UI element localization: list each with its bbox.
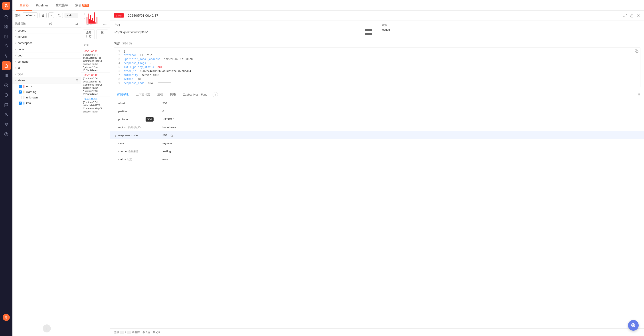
tabs-header: 扩展字段 上下文日志 主机 网络 Zabbix_Host_Func <box>110 90 644 99</box>
index-select[interactable]: default ▾ <box>23 13 38 18</box>
fab-button[interactable] <box>628 320 639 331</box>
checkbox-info[interactable] <box>19 102 22 105</box>
scroll-up-button[interactable]: ↑ <box>43 324 51 332</box>
sidebar-item-send[interactable] <box>2 120 11 129</box>
checkbox-unknown[interactable] <box>19 96 22 99</box>
nav-item-index[interactable]: 索引 NEW <box>72 0 93 11</box>
copy-value-icon[interactable] <box>170 134 173 137</box>
key-down: ↓ <box>127 331 131 334</box>
source-value: testlog <box>382 28 639 31</box>
tab-network[interactable]: 网络 <box>167 90 180 99</box>
chart-x-labels: 00:19:21 00:2 <box>84 24 107 26</box>
svg-marker-33 <box>76 79 78 81</box>
field-item-pod[interactable]: › pod <box>12 52 81 59</box>
filter-icon <box>76 79 78 82</box>
search-trigger[interactable] <box>56 13 63 18</box>
field-row-partition: partition 0 <box>110 107 644 115</box>
chart-y0: 0 <box>84 18 85 21</box>
key-up: ↑ <box>120 331 124 334</box>
expand-arrow: › <box>15 67 16 69</box>
row-menu-response-code[interactable]: ⋮ <box>114 133 118 137</box>
log-list-header: 时间 <box>81 41 110 49</box>
sidebar-item-menu[interactable] <box>2 323 11 332</box>
field-item-node[interactable]: › node <box>12 46 81 52</box>
log-item-1[interactable]: 05/01 00:42: {"protocol":"H d6da1efe8877… <box>81 49 110 73</box>
chart-bar <box>86 17 88 24</box>
detail-actions <box>623 14 640 18</box>
status-child-unknown[interactable]: unknown <box>12 95 81 100</box>
field-item-namespace[interactable]: › namespace <box>12 40 81 46</box>
nav-item-metrics[interactable]: 生成指标 <box>52 0 72 11</box>
field-item-service[interactable]: › service <box>12 34 81 40</box>
tab-context-log[interactable]: 上下文日志 <box>132 90 154 99</box>
sidebar-item-search[interactable] <box>2 13 11 21</box>
field-item-type[interactable]: › type <box>12 71 81 77</box>
sidebar-item-calendar[interactable] <box>2 32 11 41</box>
user-avatar[interactable]: 赵 <box>3 314 10 321</box>
log-list-panel: 2 0 <box>81 11 110 336</box>
tab-extended-fields[interactable]: 扩展字段 <box>114 90 132 99</box>
share-icon[interactable] <box>630 14 634 18</box>
svg-rect-6 <box>5 35 8 38</box>
sort-icon[interactable] <box>105 44 107 46</box>
tab-zabbix[interactable]: Zabbix_Host_Func <box>180 91 211 99</box>
view-select[interactable]: ▾ <box>48 13 54 18</box>
sidebar-item-messages[interactable] <box>2 100 11 109</box>
log-item-3[interactable]: 05/01 00:31: {"protocol":"H d6da1efe8877… <box>81 96 110 114</box>
sidebar-item-help[interactable] <box>2 130 11 139</box>
code-line-3: 3 up*******_local_address 172.20.32.97:3… <box>116 57 638 61</box>
log-item-2[interactable]: 05/01 00:42: {"protocol":"H d6da1efe8877… <box>81 73 110 96</box>
status-child-error[interactable]: error <box>12 84 81 89</box>
code-block: 1 { 2 protocol HTTP/1.1 3 up*******_loca… <box>114 47 640 87</box>
sidebar-item-dashboard[interactable] <box>2 22 11 31</box>
status-badge: error <box>114 13 124 18</box>
sidebar-item-alert[interactable] <box>2 42 11 51</box>
sidebar-item-graph[interactable] <box>2 52 11 60</box>
sidebar-item-integrations[interactable] <box>2 81 11 90</box>
index-label: 索引 <box>15 13 21 17</box>
edit-icon[interactable] <box>49 23 52 25</box>
code-line-5: 5 istio_policy_status null <box>116 65 638 69</box>
svg-line-34 <box>626 14 627 15</box>
code-line-6: 6 trace_id 5532224c1013b9ad6da1efe88778d… <box>116 69 638 73</box>
aggregate-button[interactable]: 聚 <box>96 30 108 39</box>
sidebar-item-shield[interactable] <box>2 91 11 100</box>
field-key-source: source 数据来源 <box>118 149 162 153</box>
view-toggle[interactable] <box>40 13 46 18</box>
field-item-container[interactable]: › container <box>12 59 81 65</box>
svg-rect-43 <box>636 51 638 53</box>
sidebar-item-list[interactable] <box>2 71 11 80</box>
all-logs-button[interactable]: 全部日志 <box>83 30 95 39</box>
field-item-status[interactable]: › status <box>12 77 81 84</box>
level-dot <box>83 97 84 100</box>
nav-item-viewer[interactable]: 查看器 <box>16 0 32 11</box>
sidebar-item-logs[interactable] <box>2 61 11 70</box>
field-row-source: source 数据来源 testlog <box>110 147 644 155</box>
checkbox-warning[interactable] <box>19 90 22 94</box>
content-title: 内容 (784 B) <box>114 42 640 46</box>
app-logo[interactable]: G <box>2 2 10 10</box>
tab-host[interactable]: 主机 <box>154 90 167 99</box>
field-key-sess: sess <box>118 141 162 145</box>
field-item-source[interactable]: › source <box>12 28 81 34</box>
field-item-id[interactable]: › id <box>12 65 81 71</box>
code-line-9: 9 response_code 504 <box>116 81 638 85</box>
field-value-sess: mysess <box>162 141 640 145</box>
nav-item-pipelines[interactable]: Pipelines <box>32 0 52 11</box>
svg-rect-4 <box>5 27 6 28</box>
chart-bar <box>90 15 91 24</box>
status-child-warning[interactable]: warning <box>12 89 81 95</box>
svg-point-19 <box>6 113 7 114</box>
sidebar-item-user[interactable] <box>2 110 11 119</box>
status-child-info[interactable]: info <box>12 100 81 106</box>
chart-bar <box>96 23 96 24</box>
error-dot <box>24 85 24 88</box>
search-input[interactable]: status:{error 0 <box>64 13 78 18</box>
expand-icon[interactable] <box>623 14 627 18</box>
tab-filter-icon[interactable] <box>637 93 640 97</box>
add-tab-button[interactable]: + <box>212 92 218 97</box>
status-children: error warning unknown <box>12 84 81 106</box>
checkbox-error[interactable] <box>19 85 22 88</box>
close-icon[interactable] <box>636 14 640 18</box>
copy-icon[interactable] <box>635 49 638 53</box>
